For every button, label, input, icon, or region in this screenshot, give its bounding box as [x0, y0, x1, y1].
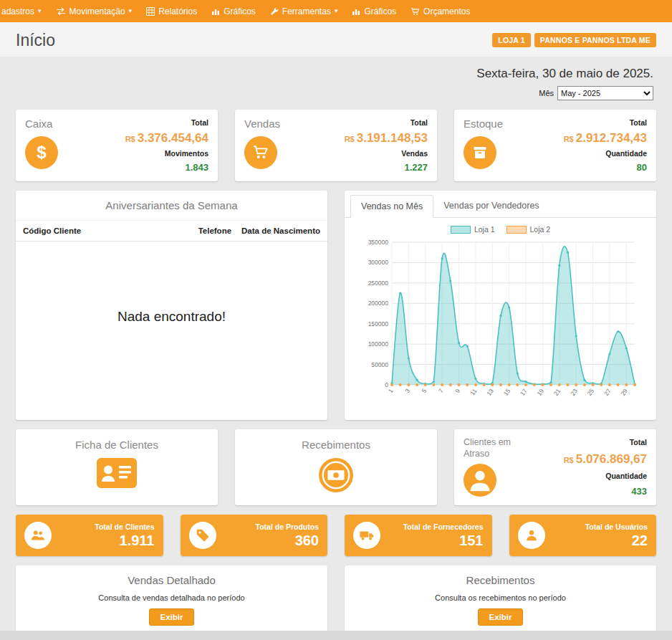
id-card-icon	[25, 458, 208, 488]
recebimentos-report-desc: Consulta os recebimentos no período	[353, 593, 648, 602]
nav-item-graficos[interactable]: Gráficos	[204, 0, 263, 22]
stats-row: Caixa $ Total R$3.376.454,64 Movimentos …	[16, 110, 656, 181]
recebimentos-card[interactable]: Recebimentos	[235, 429, 437, 505]
page-title: Início	[16, 31, 55, 50]
vendas-title: Vendas	[244, 118, 280, 130]
ficha-clientes-title: Ficha de Clientes	[25, 439, 208, 451]
box-icon	[464, 136, 496, 169]
atraso-total-label: Total	[564, 438, 647, 446]
nav-item-ferramentas[interactable]: Ferramentas ▾	[263, 0, 345, 22]
svg-text:150000: 150000	[368, 320, 389, 328]
svg-text:11: 11	[469, 387, 478, 396]
people-icon	[24, 522, 52, 549]
legend-swatch-loja1	[451, 226, 471, 234]
middle-row: Aniversariantes da Semana Código Cliente…	[16, 191, 656, 420]
total-clientes-label: Total de Clientes	[95, 522, 154, 531]
user-icon	[518, 522, 545, 549]
total-fornecedores-card: Total de Fornecedores 151	[345, 515, 492, 556]
total-produtos-label: Total de Produtos	[256, 522, 319, 531]
nav-item-relatorios[interactable]: Relatórios	[139, 0, 204, 22]
exibir-vendas-button[interactable]: Exibir	[149, 608, 195, 626]
vendas-total-value: R$3.191.148,53	[345, 131, 428, 145]
nav-item-label: adastros	[1, 6, 34, 16]
ficha-clientes-card[interactable]: Ficha de Clientes	[16, 429, 218, 505]
total-usuarios-value: 22	[585, 532, 648, 549]
nav-item-label: Relatórios	[158, 6, 197, 16]
caret-down-icon: ▾	[38, 8, 42, 14]
truck-icon	[353, 522, 380, 549]
tab-vendas-por-vendedores[interactable]: Vendas por Vendedores	[433, 195, 549, 218]
recebimentos-title: Recebimentos	[244, 439, 428, 451]
legend-loja2[interactable]: Loja 2	[507, 225, 551, 234]
reports-row: Vendas Detalhado Consulta de vendas deta…	[16, 565, 656, 634]
caixa-total-value: R$3.376.454,64	[125, 131, 208, 145]
total-fornecedores-label: Total de Fornecedores	[403, 522, 484, 531]
svg-text:13: 13	[485, 387, 495, 397]
nav-item-graficos-2[interactable]: Gráficos	[345, 0, 403, 22]
birthdays-card: Aniversariantes da Semana Código Cliente…	[16, 191, 327, 420]
chart-area: Loja 1 Loja 2 05000010000015000020000025…	[345, 218, 656, 420]
svg-text:5: 5	[420, 387, 428, 394]
vendas-card: Vendas Total R$3.191.148,53 Vendas 1.227	[235, 110, 437, 181]
total-clientes-value: 1.911	[95, 532, 154, 549]
svg-text:7: 7	[437, 387, 445, 394]
exibir-recebimentos-button[interactable]: Exibir	[478, 608, 524, 626]
column-telefone: Telefone	[198, 226, 231, 235]
total-fornecedores-value: 151	[403, 532, 484, 549]
svg-text:3: 3	[403, 387, 411, 394]
column-data-nascimento: Data de Nascimento	[241, 226, 320, 235]
estoque-total-value: R$2.912.734,43	[564, 131, 647, 145]
chart-tabs: Vendas no Mês Vendas por Vendedores	[345, 191, 656, 218]
legend-swatch-loja2	[507, 226, 527, 234]
vendas-detalhado-card: Vendas Detalhado Consulta de vendas deta…	[16, 565, 327, 634]
store-badge[interactable]: LOJA 1	[492, 33, 531, 47]
chart-legend: Loja 1 Loja 2	[352, 225, 649, 234]
person-icon	[464, 464, 527, 497]
vendas-total-label: Total	[345, 118, 428, 127]
vendas-count-label: Vendas	[345, 149, 428, 158]
column-codigo-cliente: Código Cliente	[23, 226, 198, 235]
svg-text:250000: 250000	[368, 280, 389, 287]
store-badges: LOJA 1 PANNOS E PANNOS LTDA ME	[492, 33, 656, 47]
svg-text:21: 21	[552, 387, 562, 397]
nav-item-orcamentos[interactable]: Orçamentos	[403, 0, 477, 22]
nav-item-movimentacao[interactable]: Movimentação ▾	[49, 0, 140, 22]
svg-text:9: 9	[453, 387, 461, 394]
caixa-total-label: Total	[125, 118, 208, 127]
clientes-atraso-title: Clientes em Atraso	[464, 437, 527, 459]
svg-text:19: 19	[535, 387, 545, 397]
nav-item-cadastros[interactable]: adastros ▾	[0, 0, 49, 22]
month-filter: Mês May - 2025	[0, 81, 672, 100]
svg-text:23: 23	[569, 387, 579, 397]
legend-loja1[interactable]: Loja 1	[451, 225, 495, 234]
nav-item-label: Gráficos	[224, 6, 256, 16]
caret-down-icon: ▾	[129, 8, 133, 14]
nav-item-label: Gráficos	[364, 6, 396, 16]
company-badge[interactable]: PANNOS E PANNOS LTDA ME	[534, 33, 656, 47]
page-header: Início LOJA 1 PANNOS E PANNOS LTDA ME	[0, 22, 672, 57]
estoque-total-label: Total	[564, 118, 647, 127]
tab-vendas-no-mes[interactable]: Vendas no Mês	[350, 195, 433, 218]
total-usuarios-label: Total de Usuários	[585, 522, 648, 531]
clientes-atraso-card: Clientes em Atraso Total R$5.076.869,67 …	[454, 429, 656, 505]
recebimentos-report-title: Recebimentos	[353, 574, 648, 586]
vendas-detalhado-title: Vendas Detalhado	[24, 574, 319, 586]
wrench-icon	[270, 7, 279, 16]
empty-message: Nada encontrado!	[16, 242, 327, 420]
estoque-title: Estoque	[464, 118, 503, 130]
caixa-title: Caixa	[25, 118, 58, 130]
svg-text:100000: 100000	[368, 340, 389, 348]
total-clientes-card: Total de Clientes 1.911	[16, 515, 163, 556]
atraso-count-label: Quantidade	[564, 472, 647, 480]
svg-text:350000: 350000	[368, 239, 389, 246]
birthdays-title: Aniversariantes da Semana	[16, 191, 327, 221]
svg-text:27: 27	[603, 387, 613, 397]
month-label: Mês	[539, 89, 554, 97]
total-usuarios-card: Total de Usuários 22	[509, 515, 657, 556]
report-grid-icon	[146, 7, 155, 16]
footer-strip	[0, 631, 672, 640]
month-select[interactable]: May - 2025	[557, 86, 653, 100]
svg-text:15: 15	[502, 387, 512, 397]
totals-row: Total de Clientes 1.911 Total de Produto…	[16, 515, 656, 556]
vendas-detalhado-desc: Consulta de vendas detalhada no período	[24, 593, 319, 602]
